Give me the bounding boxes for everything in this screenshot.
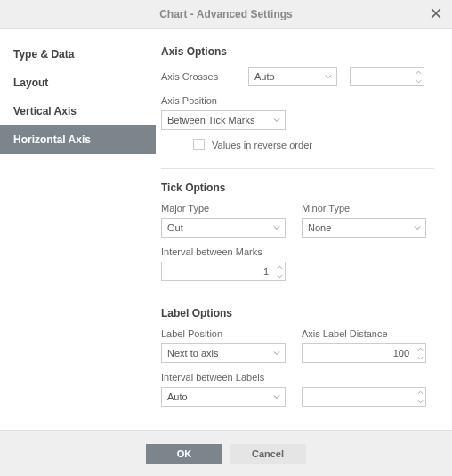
sidebar-item-horizontal-axis[interactable]: Horizontal Axis — [0, 125, 156, 154]
major-type-label: Major Type — [161, 203, 286, 214]
spinner-up-button[interactable] — [413, 68, 424, 77]
chevron-down-icon — [324, 72, 333, 81]
dialog-titlebar: Chart - Advanced Settings — [0, 0, 452, 29]
dialog-footer: OK Cancel — [0, 430, 452, 476]
interval-marks-spinner[interactable]: 1 — [161, 262, 286, 281]
ok-button[interactable]: OK — [146, 444, 222, 464]
axis-position-label: Axis Position — [161, 95, 286, 106]
values-reverse-order-label: Values in reverse order — [212, 140, 312, 150]
axis-position-select[interactable]: Between Tick Marks — [161, 110, 286, 130]
chevron-down-icon — [272, 392, 281, 401]
axis-crosses-label: Axis Crosses — [161, 71, 236, 82]
spinner-value: 1 — [162, 262, 274, 280]
dialog-body: Type & Data Layout Vertical Axis Horizon… — [0, 29, 452, 430]
button-label: OK — [177, 448, 192, 459]
select-value: Auto — [254, 71, 275, 82]
spinner-down-button[interactable] — [274, 271, 285, 280]
major-type-select[interactable]: Out — [161, 218, 286, 238]
close-icon — [431, 8, 441, 20]
close-button[interactable] — [427, 5, 445, 23]
axis-crosses-value-spinner[interactable] — [350, 67, 424, 86]
spinner-value: 100 — [303, 344, 415, 362]
sidebar-item-label: Layout — [13, 77, 48, 89]
chevron-down-icon — [413, 223, 422, 232]
interval-labels-label: Interval between Labels — [161, 372, 434, 383]
label-position-label: Label Position — [161, 328, 286, 339]
section-heading-label-options: Label Options — [161, 307, 434, 319]
axis-crosses-select[interactable]: Auto — [248, 67, 337, 86]
dialog-title: Chart - Advanced Settings — [0, 8, 452, 20]
cancel-button[interactable]: Cancel — [230, 444, 306, 464]
spinner-value — [351, 68, 413, 85]
spinner-down-button[interactable] — [415, 397, 425, 406]
axis-label-distance-spinner[interactable]: 100 — [302, 343, 426, 363]
chevron-down-icon — [272, 223, 281, 232]
spinner-up-button[interactable] — [415, 388, 425, 397]
sidebar-item-type-data[interactable]: Type & Data — [0, 40, 156, 69]
chart-advanced-settings-dialog: Chart - Advanced Settings Type & Data La… — [0, 0, 452, 476]
spinner-up-button[interactable] — [274, 262, 285, 271]
section-divider — [161, 294, 434, 294]
sidebar-item-layout[interactable]: Layout — [0, 69, 156, 97]
select-value: Next to axis — [167, 348, 218, 359]
chevron-down-icon — [272, 116, 281, 125]
button-label: Cancel — [252, 448, 284, 459]
section-heading-tick-options: Tick Options — [161, 182, 434, 194]
sidebar-item-label: Horizontal Axis — [13, 133, 91, 146]
interval-marks-label: Interval between Marks — [161, 246, 286, 257]
section-heading-axis-options: Axis Options — [161, 45, 434, 58]
spinner-down-button[interactable] — [415, 353, 425, 362]
spinner-up-button[interactable] — [415, 344, 425, 353]
interval-labels-spinner[interactable] — [302, 387, 426, 407]
label-position-select[interactable]: Next to axis — [161, 343, 286, 363]
minor-type-label: Minor Type — [302, 203, 426, 214]
section-divider — [161, 168, 434, 169]
chevron-down-icon — [272, 349, 281, 358]
sidebar-item-label: Type & Data — [13, 48, 74, 61]
sidebar-item-label: Vertical Axis — [13, 105, 77, 117]
minor-type-select[interactable]: None — [302, 218, 426, 238]
values-reverse-order-checkbox[interactable] — [193, 139, 205, 150]
select-value: Auto — [167, 391, 188, 402]
settings-sidebar: Type & Data Layout Vertical Axis Horizon… — [0, 29, 156, 430]
axis-label-distance-label: Axis Label Distance — [302, 328, 426, 339]
select-value: Between Tick Marks — [167, 115, 254, 125]
sidebar-item-vertical-axis[interactable]: Vertical Axis — [0, 97, 156, 125]
settings-panel-horizontal-axis: Axis Options Axis Crosses Auto — [156, 29, 452, 430]
interval-labels-select[interactable]: Auto — [161, 387, 286, 407]
spinner-value — [303, 388, 415, 406]
spinner-down-button[interactable] — [413, 77, 424, 85]
select-value: None — [308, 222, 331, 233]
select-value: Out — [167, 222, 183, 233]
